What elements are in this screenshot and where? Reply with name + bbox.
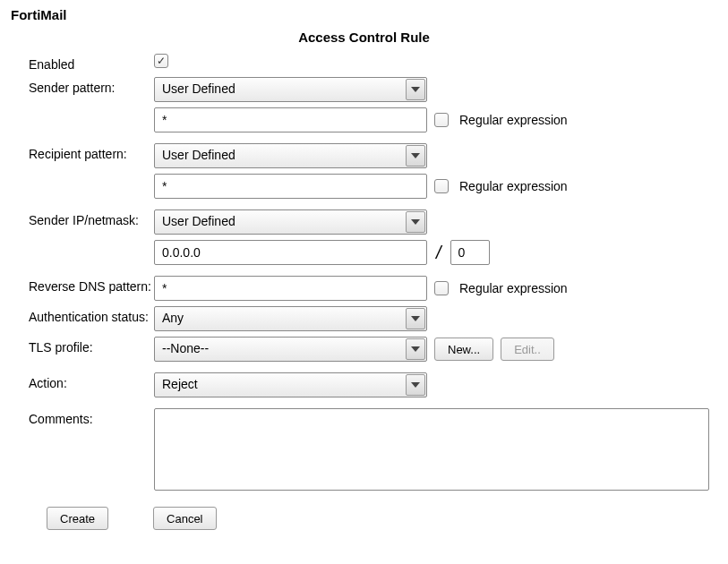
label-tls-profile: TLS profile: — [11, 337, 154, 355]
label-action: Action: — [11, 372, 154, 390]
tls-profile-select-value: --None-- — [155, 338, 216, 359]
new-button[interactable]: New... — [434, 338, 493, 361]
recipient-pattern-select[interactable]: User Defined — [154, 143, 427, 168]
sender-netmask-input[interactable] — [450, 240, 490, 265]
sender-pattern-input[interactable] — [154, 107, 427, 132]
reverse-dns-regex-checkbox[interactable] — [434, 281, 449, 295]
auth-status-select-value: Any — [155, 307, 191, 329]
sender-ip-select[interactable]: User Defined — [154, 209, 427, 235]
cancel-button[interactable]: Cancel — [153, 507, 216, 530]
action-select-value: Reject — [155, 373, 205, 395]
chevron-down-icon — [406, 79, 425, 100]
label-sender-ip: Sender IP/netmask: — [11, 209, 154, 227]
reverse-dns-input[interactable] — [154, 276, 427, 301]
sender-pattern-select-value: User Defined — [155, 78, 243, 99]
chevron-down-icon — [406, 308, 425, 329]
auth-status-select[interactable]: Any — [154, 306, 427, 331]
sender-regex-checkbox[interactable] — [434, 113, 449, 127]
label-sender-pattern: Sender pattern: — [11, 77, 154, 95]
recipient-regex-checkbox[interactable] — [434, 179, 449, 193]
label-enabled: Enabled — [11, 54, 154, 72]
chevron-down-icon — [406, 211, 425, 233]
product-title: FortiMail — [11, 7, 717, 22]
sender-pattern-select[interactable]: User Defined — [154, 77, 427, 102]
sender-ip-input[interactable] — [154, 240, 427, 265]
label-auth-status: Authentication status: — [11, 306, 154, 324]
chevron-down-icon — [406, 338, 425, 360]
slash-separator: / — [434, 243, 443, 263]
chevron-down-icon — [406, 374, 425, 396]
sender-ip-select-value: User Defined — [155, 210, 243, 232]
enabled-checkbox[interactable] — [154, 54, 168, 68]
edit-button: Edit.. — [501, 338, 554, 361]
action-select[interactable]: Reject — [154, 372, 427, 397]
recipient-pattern-select-value: User Defined — [155, 144, 243, 166]
tls-profile-select[interactable]: --None-- — [154, 337, 427, 362]
chevron-down-icon — [406, 145, 425, 167]
reverse-dns-regex-label: Regular expression — [459, 281, 568, 295]
comments-textarea[interactable] — [154, 408, 709, 491]
label-reverse-dns: Reverse DNS pattern: — [11, 276, 154, 294]
label-comments: Comments: — [11, 408, 154, 426]
sender-regex-label: Regular expression — [459, 113, 568, 127]
label-recipient-pattern: Recipient pattern: — [11, 143, 154, 161]
page-title: Access Control Rule — [11, 30, 717, 45]
recipient-pattern-input[interactable] — [154, 174, 427, 199]
recipient-regex-label: Regular expression — [459, 179, 568, 193]
create-button[interactable]: Create — [47, 507, 108, 530]
